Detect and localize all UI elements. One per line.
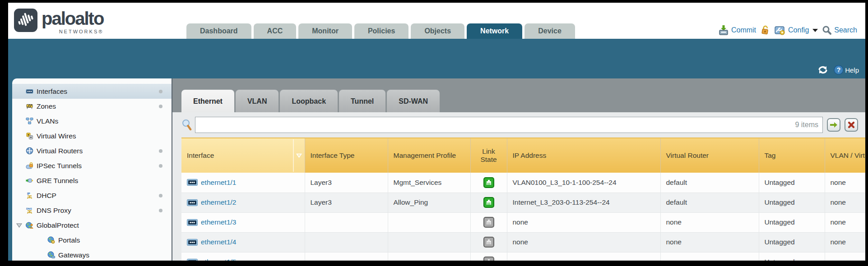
column-header-vlan-virtual-wire[interactable]: VLAN / Virtual Wire — [825, 138, 865, 173]
tag-cell: Untagged — [759, 212, 825, 232]
logo-subtext: NETWORKS® — [42, 29, 103, 34]
table-row: ethernet1/5 — [181, 252, 865, 261]
vlan-cell: none — [825, 232, 865, 252]
sidebar-item-interfaces[interactable]: Interfaces — [12, 84, 172, 99]
svg-text:DNS: DNS — [26, 207, 32, 210]
interface-type-cell — [305, 252, 388, 261]
ip-address-cell: none — [507, 252, 660, 261]
gre-tunnels-icon — [26, 177, 33, 184]
virtual-router-cell: default — [660, 173, 759, 193]
green-arrow-icon — [830, 122, 838, 128]
interface-type-cell: Layer3 — [305, 173, 388, 193]
commit-button[interactable]: Commit — [718, 25, 756, 36]
interface-type-cell — [305, 212, 388, 232]
sidebar-item-label: GRE Tunnels — [37, 177, 78, 185]
sidebar-item-vlans[interactable]: VLANs — [12, 114, 172, 128]
top-bar: paloalto NETWORKS® Dashboard ACC Monitor… — [8, 3, 865, 39]
paloalto-logo: paloalto NETWORKS® — [14, 8, 103, 34]
table-row: ethernet1/2 Layer3 Allow_Ping — [181, 193, 865, 212]
sidebar-item-gre-tunnels[interactable]: GRE Tunnels — [12, 173, 172, 188]
column-menu-button[interactable] — [293, 139, 305, 172]
management-profile-cell — [388, 232, 470, 252]
sidebar-item-zones[interactable]: Zones — [12, 99, 172, 114]
sidebar-item-label: DHCP — [37, 192, 56, 200]
tab-device[interactable]: Device — [525, 23, 575, 39]
config-label: Config — [788, 26, 809, 34]
sidebar-item-dhcp[interactable]: IP DHCP — [12, 188, 172, 203]
tab-monitor[interactable]: Monitor — [298, 23, 352, 39]
lock-icon[interactable] — [760, 25, 770, 36]
table-row: ethernet1/4 — [181, 232, 865, 252]
ip-address-cell: VLAN0100_L3_10-1-100-254--24 — [507, 173, 660, 193]
interface-link[interactable]: ethernet1/3 — [201, 218, 236, 226]
config-menu[interactable]: Config — [774, 25, 818, 36]
svg-text:IP: IP — [27, 192, 30, 195]
help-button[interactable]: ? Help — [834, 65, 859, 75]
tab-dashboard[interactable]: Dashboard — [186, 23, 251, 39]
column-header-virtual-router[interactable]: Virtual Router — [660, 138, 759, 173]
link-state-down-icon — [483, 257, 494, 261]
tab-objects[interactable]: Objects — [411, 23, 464, 39]
tab-ethernet[interactable]: Ethernet — [181, 90, 234, 112]
sidebar-item-dns-proxy[interactable]: DNS DNS Proxy — [12, 203, 172, 218]
sidebar-item-label: Virtual Wires — [37, 132, 76, 140]
tab-acc[interactable]: ACC — [254, 23, 297, 39]
interface-icon — [187, 239, 198, 246]
tab-policies[interactable]: Policies — [354, 23, 408, 39]
ip-address-cell: none — [507, 232, 660, 252]
sidebar-item-ipsec-tunnels[interactable]: IPSec Tunnels — [12, 158, 172, 173]
column-header-management-profile[interactable]: Management Profile — [388, 138, 470, 173]
virtual-router-cell: default — [660, 193, 759, 212]
utility-bar: Commit Config — [718, 25, 857, 36]
vlan-cell: none — [825, 212, 865, 232]
sidebar-item-label: GlobalProtect — [37, 221, 79, 229]
tab-loopback[interactable]: Loopback — [280, 90, 338, 112]
search-button[interactable]: Search — [822, 25, 857, 35]
network-sidebar: Interfaces Zones — [12, 78, 172, 261]
tab-vlan[interactable]: VLAN — [236, 90, 279, 112]
link-state-down-icon — [483, 217, 494, 228]
ip-address-cell: Internet_L3_203-0-113-254--24 — [507, 193, 660, 212]
interfaces-icon — [26, 87, 33, 95]
refresh-icon[interactable] — [817, 65, 828, 75]
sidebar-item-gateways[interactable]: Gateways — [12, 248, 172, 261]
filter-input[interactable] — [195, 117, 823, 133]
paloalto-logo-icon — [14, 8, 38, 32]
apply-filter-button[interactable] — [827, 118, 840, 132]
sidebar-item-label: Zones — [37, 102, 56, 110]
item-dot — [159, 90, 162, 93]
expander-triangle-icon[interactable] — [16, 223, 22, 228]
vlans-icon — [26, 117, 33, 125]
interface-link[interactable]: ethernet1/5 — [201, 258, 236, 261]
virtual-router-cell: none — [660, 232, 759, 252]
link-state-up-icon — [483, 177, 494, 188]
tab-tunnel[interactable]: Tunnel — [339, 90, 385, 112]
column-header-interface-type[interactable]: Interface Type — [305, 138, 388, 173]
interface-link[interactable]: ethernet1/2 — [201, 198, 236, 206]
sidebar-item-globalprotect[interactable]: GlobalProtect — [12, 218, 172, 233]
tab-sdwan[interactable]: SD-WAN — [387, 90, 440, 112]
column-header-interface[interactable]: Interface — [181, 138, 305, 173]
tag-cell: Untagged — [759, 193, 825, 212]
tab-network[interactable]: Network — [467, 23, 522, 39]
app-window: paloalto NETWORKS® Dashboard ACC Monitor… — [0, 0, 868, 266]
interface-link[interactable]: ethernet1/4 — [201, 238, 236, 246]
sidebar-item-virtual-wires[interactable]: Virtual Wires — [12, 128, 172, 143]
vlan-cell: none — [825, 173, 865, 193]
content-body: 9 items — [172, 112, 865, 261]
sidebar-item-portals[interactable]: Portals — [12, 233, 172, 248]
interface-link[interactable]: ethernet1/1 — [201, 179, 236, 187]
clear-filter-button[interactable] — [845, 118, 858, 132]
interface-type-tabs: Ethernet VLAN Loopback Tunnel SD-WAN — [172, 78, 865, 112]
column-header-ip-address[interactable]: IP Address — [507, 138, 660, 173]
tag-cell: Untagged — [759, 173, 825, 193]
virtual-wires-icon — [26, 132, 33, 140]
main-area: Interfaces Zones — [8, 78, 865, 261]
management-profile-cell — [388, 252, 470, 261]
sidebar-item-virtual-routers[interactable]: Virtual Routers — [12, 143, 172, 158]
column-header-link-state[interactable]: Link State — [470, 138, 507, 173]
sidebar-item-label: IPSec Tunnels — [37, 162, 82, 170]
main-nav-tabs: Dashboard ACC Monitor Policies Objects N… — [186, 23, 575, 39]
logo-text: paloalto — [42, 8, 103, 29]
column-header-tag[interactable]: Tag — [759, 138, 825, 173]
